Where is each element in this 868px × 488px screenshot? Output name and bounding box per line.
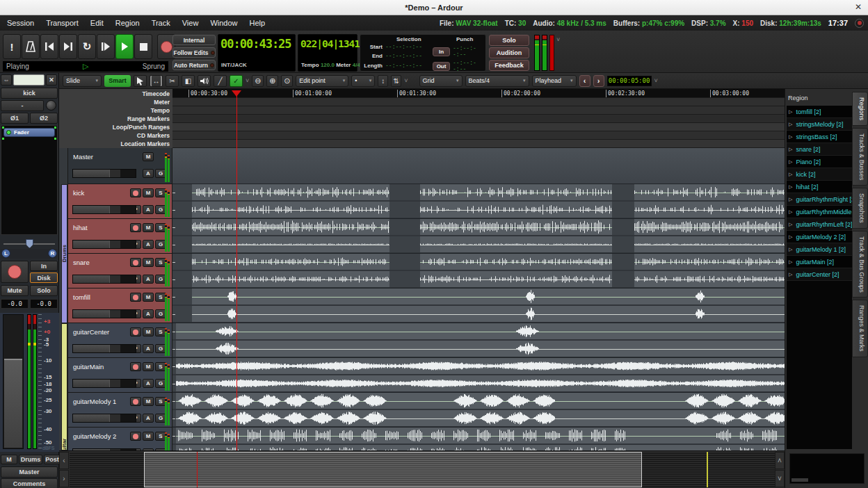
- ruler-lane-timecode[interactable]: 00:00:30:0000:01:00:0000:01:30:0000:02:0…: [172, 89, 785, 98]
- track-lane-canvas-guitarcenter[interactable]: [172, 323, 785, 357]
- playhead-marker[interactable]: [232, 90, 241, 97]
- region-list-item[interactable]: ▷kick [2]: [787, 168, 852, 181]
- track-header-tomfill[interactable]: tomfillMSPAG: [67, 288, 172, 323]
- width-toggle-button[interactable]: ⇔: [1, 74, 12, 86]
- track-header-guitarcenter[interactable]: guitarCenterMSPAG: [67, 323, 172, 358]
- track-gain-slider[interactable]: [72, 379, 136, 388]
- menu-help[interactable]: Help: [250, 19, 266, 27]
- track-record-button[interactable]: [130, 362, 141, 371]
- expander-icon[interactable]: ▷: [789, 259, 792, 265]
- region-list-item[interactable]: ▷guitarMelody 1 [2]: [787, 243, 852, 256]
- gain-fader[interactable]: [3, 314, 24, 449]
- metronome-button[interactable]: [22, 34, 40, 59]
- panel-tab-regions[interactable]: Regions: [852, 92, 868, 126]
- expander-icon[interactable]: ▷: [789, 197, 792, 202]
- pan-right-button[interactable]: R: [48, 249, 57, 258]
- internal-sync-button[interactable]: Internal: [172, 35, 216, 45]
- ruler-lane-meter[interactable]: [172, 98, 785, 106]
- strip-name-input[interactable]: [13, 74, 45, 86]
- grab-tool-button[interactable]: [134, 75, 147, 87]
- audition-tool-button[interactable]: [198, 75, 211, 87]
- track-automation-button[interactable]: A: [143, 205, 154, 214]
- phase-2-button[interactable]: Ø2: [30, 113, 58, 124]
- track-gain-slider[interactable]: [72, 309, 136, 318]
- summary-overview[interactable]: [70, 452, 775, 487]
- track-lane-canvas-guitarmelody-1[interactable]: [172, 393, 785, 427]
- strip-record-button[interactable]: [1, 261, 29, 283]
- pan-left-button[interactable]: L: [1, 249, 10, 258]
- track-lane-canvas-snare[interactable]: [172, 254, 785, 288]
- track-gain-slider[interactable]: [72, 275, 136, 284]
- zoom-chevron[interactable]: ˅: [404, 77, 408, 84]
- track-gain-slider[interactable]: [72, 414, 136, 423]
- track-lane-kick[interactable]: [172, 184, 785, 219]
- punch-in-button[interactable]: In: [433, 47, 450, 56]
- feedback-button[interactable]: Feedback: [489, 60, 529, 71]
- expander-icon[interactable]: ▷: [789, 184, 792, 190]
- track-mute-button[interactable]: M: [143, 188, 154, 197]
- region-list-item[interactable]: ▷snare [2]: [787, 143, 852, 156]
- ruler-lane-cd-markers[interactable]: [172, 131, 785, 140]
- menu-track[interactable]: Track: [152, 19, 170, 27]
- secondary-clock-value[interactable]: 022|04|1341: [298, 35, 357, 49]
- menu-region[interactable]: Region: [115, 19, 140, 27]
- region-list-item[interactable]: ▷guitarRhythmMiddle [2]: [787, 206, 852, 218]
- alert-button[interactable]: !: [3, 34, 21, 59]
- trim-knob[interactable]: [46, 100, 56, 111]
- ruler-lane-range-markers[interactable]: [172, 115, 785, 123]
- expander-icon[interactable]: ▷: [789, 272, 792, 277]
- marker-dropdown[interactable]: Playhead▾: [532, 75, 577, 87]
- tempo-value[interactable]: 120.0: [321, 62, 335, 68]
- region-list-item[interactable]: ▷guitarCenter [2]: [787, 268, 852, 281]
- track-automation-button[interactable]: A: [143, 275, 154, 284]
- nudge-back-button[interactable]: ‹: [579, 75, 590, 87]
- pan-slider[interactable]: [1, 238, 58, 249]
- region-list-item[interactable]: ▷guitarRhythmRight [2]: [787, 193, 852, 206]
- clock-chevron[interactable]: ˅: [654, 77, 658, 84]
- edit-mode-dropdown[interactable]: Slide▾: [63, 75, 102, 87]
- menu-view[interactable]: View: [182, 19, 199, 27]
- track-automation-button[interactable]: A: [143, 309, 154, 318]
- summary-scroll-down-button[interactable]: ˅: [775, 470, 785, 487]
- track-mute-button[interactable]: M: [143, 258, 154, 267]
- playhead-line[interactable]: [236, 92, 237, 450]
- panel-tab-tracks-busses[interactable]: Tracks & Busses: [852, 128, 868, 186]
- track-lane-guitarmelody-1[interactable]: [172, 393, 785, 428]
- record-indicator[interactable]: [855, 19, 864, 28]
- grid-unit-dropdown[interactable]: Beats/4▾: [465, 75, 529, 87]
- track-gain-slider[interactable]: [72, 344, 136, 353]
- track-lane-canvas-guitarmelody-2[interactable]: [172, 428, 785, 450]
- region-list-item[interactable]: ▷stringsMelody [2]: [787, 118, 852, 131]
- expander-icon[interactable]: ▷: [789, 159, 792, 165]
- panel-tab-ranges-marks[interactable]: Ranges & Marks: [852, 300, 868, 357]
- secondary-clock[interactable]: 022|04|1341 Tempo 120.0 Meter 4/4: [298, 34, 357, 72]
- track-record-button[interactable]: [130, 223, 141, 232]
- expander-icon[interactable]: ▷: [789, 122, 792, 127]
- tools-chevron[interactable]: ˅: [246, 77, 249, 84]
- track-lane-canvas-kick[interactable]: [172, 184, 785, 218]
- track-automation-button[interactable]: A: [143, 169, 154, 178]
- ruler-lane-tempo[interactable]: [172, 106, 785, 115]
- region-list-item[interactable]: ▷Piano [2]: [787, 156, 852, 168]
- selection-start-value[interactable]: --:--:--:--: [385, 44, 422, 50]
- stretch-tool-button[interactable]: ◧: [182, 75, 195, 87]
- track-lane-master[interactable]: [172, 148, 785, 184]
- menu-session[interactable]: Session: [7, 19, 34, 27]
- track-record-button[interactable]: [130, 327, 141, 336]
- track-lane-tomfill[interactable]: [172, 288, 785, 323]
- track-gain-slider[interactable]: [72, 205, 136, 214]
- solo-button[interactable]: Solo: [489, 35, 529, 46]
- stop-button[interactable]: [134, 34, 152, 59]
- region-list-item[interactable]: ▷hihat [2]: [787, 181, 852, 193]
- track-automation-button[interactable]: A: [143, 379, 154, 388]
- pan-handle[interactable]: [26, 239, 33, 248]
- audition-button[interactable]: Audition: [489, 47, 529, 58]
- summary-scroll-left-button[interactable]: ‹: [59, 452, 69, 469]
- track-header-guitarmelody-2[interactable]: guitarMelody 2MSPAG: [67, 428, 172, 450]
- track-header-guitarmelody-1[interactable]: guitarMelody 1MSPAG: [67, 393, 172, 428]
- panel-scrollbar[interactable]: [791, 478, 808, 482]
- punch-out-value[interactable]: --:--:--:--: [453, 60, 485, 72]
- gain-fader-handle[interactable]: [4, 359, 22, 448]
- track-lane-guitarmain[interactable]: [172, 358, 785, 393]
- track-mute-button[interactable]: M: [143, 293, 154, 302]
